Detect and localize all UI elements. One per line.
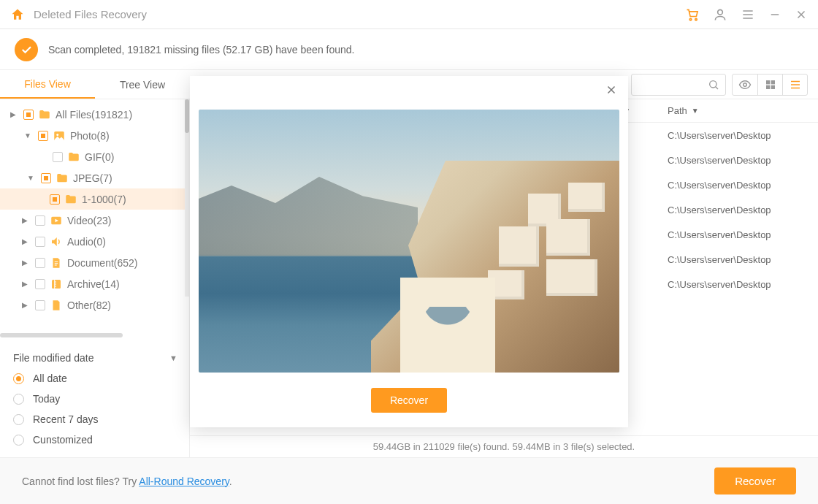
audio-icon — [50, 235, 63, 248]
chevron-down-icon: ▼ — [692, 107, 699, 115]
svg-point-0 — [689, 18, 692, 20]
chevron-right-icon[interactable]: ▶ — [19, 237, 31, 245]
checkbox[interactable] — [38, 131, 48, 141]
chevron-right-icon[interactable]: ▶ — [19, 216, 31, 224]
radio[interactable] — [13, 373, 24, 384]
sidebar: ▶ All Files(191821) ▼ Photo(8) GIF(0) ▼ — [0, 99, 190, 457]
filter-header[interactable]: File modified date ▼ — [13, 348, 177, 368]
svg-rect-6 — [771, 80, 774, 84]
radio-label: Cunstomized — [33, 434, 93, 446]
user-icon[interactable] — [713, 7, 727, 22]
checkbox[interactable] — [35, 300, 45, 310]
filter-recent-7[interactable]: Recent 7 days — [13, 409, 177, 429]
tree-video[interactable]: ▶ Video(23) — [0, 210, 189, 231]
cell-path: C:\Users\server\Desktop — [624, 279, 770, 290]
radio-label: All date — [33, 373, 67, 384]
chevron-right-icon[interactable]: ▶ — [19, 259, 31, 267]
folder-icon — [56, 172, 69, 185]
chevron-down-icon[interactable]: ▼ — [22, 131, 34, 140]
tree-document[interactable]: ▶ Document(652) — [0, 252, 189, 273]
tree-gif[interactable]: GIF(0) — [0, 146, 189, 167]
bottom-bar: Cannot find lost files? Try All-Round Re… — [0, 457, 818, 504]
tree-photo[interactable]: ▼ Photo(8) — [0, 125, 189, 146]
tab-files-view[interactable]: Files View — [0, 70, 95, 99]
preview-mode-button[interactable] — [733, 75, 757, 95]
grid-mode-button[interactable] — [757, 75, 782, 95]
svg-point-1 — [695, 18, 697, 20]
selection-status: 59.44GB in 211029 file(s) found. 59.44MB… — [190, 435, 818, 457]
chevron-down-icon[interactable]: ▼ — [25, 174, 37, 182]
tree-label: Photo(8) — [70, 130, 110, 142]
tree-label: Video(23) — [67, 215, 111, 226]
checkbox[interactable] — [35, 279, 45, 289]
tree-all-files[interactable]: ▶ All Files(191821) — [0, 104, 189, 125]
scrollbar[interactable] — [185, 99, 189, 297]
svg-point-2 — [718, 9, 723, 15]
all-round-recovery-link[interactable]: All-Round Recovery — [139, 476, 229, 487]
chevron-right-icon[interactable]: ▶ — [19, 301, 31, 309]
tree-audio[interactable]: ▶ Audio(0) — [0, 231, 189, 252]
preview-modal: Recover — [190, 76, 628, 427]
radio-label: Today — [33, 393, 60, 405]
close-icon[interactable] — [605, 83, 618, 96]
divider — [0, 333, 123, 337]
radio-label: Recent 7 days — [33, 413, 99, 425]
chevron-right-icon[interactable]: ▶ — [7, 110, 19, 118]
filter-title: File modified date — [13, 352, 94, 364]
filter-today[interactable]: Today — [13, 389, 177, 409]
cell-path: C:\Users\server\Desktop — [624, 229, 770, 240]
cell-path: C:\Users\server\Desktop — [624, 180, 770, 191]
tree-range-selected[interactable]: 1-1000(7) — [0, 188, 189, 210]
cell-path: C:\Users\server\Desktop — [624, 155, 770, 166]
preview-image — [199, 110, 619, 373]
tree-label: Document(652) — [67, 257, 138, 269]
checkbox[interactable] — [50, 194, 60, 205]
list-mode-button[interactable] — [782, 75, 807, 95]
archive-icon — [50, 278, 63, 291]
status-text: Scan completed, 191821 missing files (52… — [48, 44, 354, 56]
cell-path: C:\Users\server\Desktop — [624, 254, 770, 265]
radio[interactable] — [13, 394, 24, 405]
svg-point-4 — [744, 83, 747, 86]
file-icon — [50, 299, 63, 312]
svg-rect-7 — [766, 85, 770, 88]
check-icon — [15, 38, 38, 61]
video-icon — [50, 214, 63, 227]
checkbox[interactable] — [53, 152, 63, 162]
checkbox[interactable] — [23, 110, 34, 120]
cart-icon[interactable] — [685, 7, 700, 22]
checkbox[interactable] — [35, 237, 45, 247]
svg-point-3 — [710, 80, 716, 87]
home-icon[interactable] — [10, 7, 25, 22]
modal-recover-button[interactable]: Recover — [371, 388, 447, 413]
checkbox[interactable] — [35, 258, 45, 268]
minimize-icon[interactable] — [768, 8, 781, 21]
checkbox[interactable] — [41, 173, 51, 183]
checkbox[interactable] — [35, 215, 45, 226]
column-path[interactable]: Path▼ — [624, 105, 770, 116]
chevron-right-icon[interactable]: ▶ — [19, 280, 31, 288]
recover-button[interactable]: Recover — [714, 467, 796, 495]
search-input[interactable] — [631, 74, 726, 96]
close-icon[interactable] — [795, 8, 808, 21]
tree-label: All Files(191821) — [56, 109, 132, 121]
tree-label: GIF(0) — [85, 151, 114, 163]
titlebar: Deleted Files Recovery — [0, 0, 818, 29]
tree-jpeg[interactable]: ▼ JPEG(7) — [0, 167, 189, 188]
search-icon — [708, 79, 719, 91]
menu-icon[interactable] — [741, 7, 755, 22]
filter-section: File modified date ▼ All date Today Rece… — [0, 343, 189, 457]
chevron-down-icon: ▼ — [169, 354, 177, 362]
folder-icon — [38, 108, 51, 121]
tree-other[interactable]: ▶ Other(82) — [0, 294, 189, 316]
window-title: Deleted Files Recovery — [34, 8, 147, 20]
radio[interactable] — [13, 435, 24, 446]
tree-archive[interactable]: ▶ Archive(14) — [0, 273, 189, 294]
cell-path: C:\Users\server\Desktop — [624, 130, 770, 141]
file-tree: ▶ All Files(191821) ▼ Photo(8) GIF(0) ▼ — [0, 99, 189, 327]
radio[interactable] — [13, 414, 24, 425]
filter-customized[interactable]: Cunstomized — [13, 429, 177, 450]
filter-all-date[interactable]: All date — [13, 368, 177, 389]
cell-path: C:\Users\server\Desktop — [624, 205, 770, 215]
tab-tree-view[interactable]: Tree View — [95, 70, 190, 99]
